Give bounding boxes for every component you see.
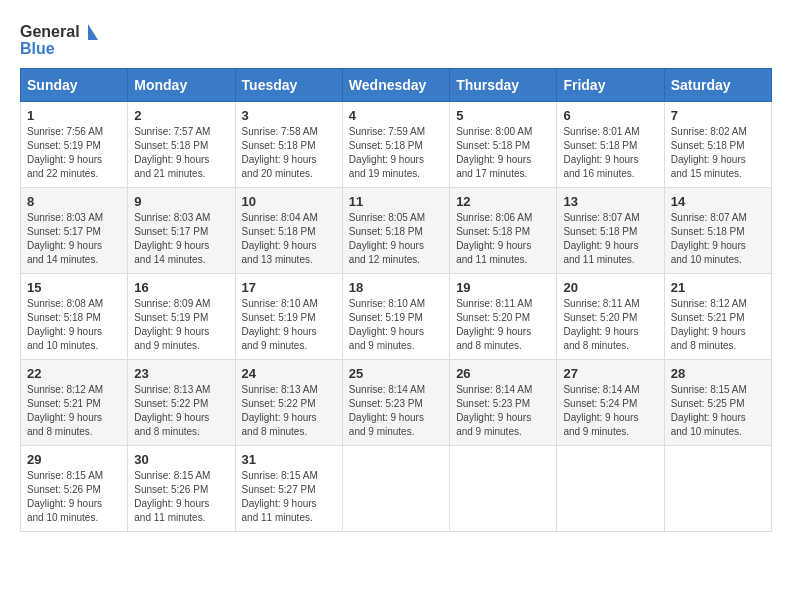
- day-number: 14: [671, 194, 765, 209]
- day-number: 15: [27, 280, 121, 295]
- day-number: 17: [242, 280, 336, 295]
- day-number: 28: [671, 366, 765, 381]
- day-number: 8: [27, 194, 121, 209]
- svg-text:General: General: [20, 23, 80, 40]
- col-header-sunday: Sunday: [21, 69, 128, 102]
- calendar-cell: 29Sunrise: 8:15 AMSunset: 5:26 PMDayligh…: [21, 446, 128, 532]
- day-number: 29: [27, 452, 121, 467]
- day-number: 30: [134, 452, 228, 467]
- calendar-cell: 18Sunrise: 8:10 AMSunset: 5:19 PMDayligh…: [342, 274, 449, 360]
- col-header-monday: Monday: [128, 69, 235, 102]
- calendar-cell: 1Sunrise: 7:56 AMSunset: 5:19 PMDaylight…: [21, 102, 128, 188]
- day-number: 2: [134, 108, 228, 123]
- day-info: Sunrise: 8:04 AMSunset: 5:18 PMDaylight:…: [242, 212, 318, 265]
- calendar-cell: [450, 446, 557, 532]
- day-number: 11: [349, 194, 443, 209]
- day-number: 7: [671, 108, 765, 123]
- day-info: Sunrise: 8:14 AMSunset: 5:24 PMDaylight:…: [563, 384, 639, 437]
- calendar-week-5: 29Sunrise: 8:15 AMSunset: 5:26 PMDayligh…: [21, 446, 772, 532]
- day-info: Sunrise: 8:07 AMSunset: 5:18 PMDaylight:…: [563, 212, 639, 265]
- day-info: Sunrise: 8:13 AMSunset: 5:22 PMDaylight:…: [242, 384, 318, 437]
- day-info: Sunrise: 8:05 AMSunset: 5:18 PMDaylight:…: [349, 212, 425, 265]
- day-info: Sunrise: 8:14 AMSunset: 5:23 PMDaylight:…: [456, 384, 532, 437]
- day-info: Sunrise: 8:15 AMSunset: 5:26 PMDaylight:…: [134, 470, 210, 523]
- calendar-cell: [557, 446, 664, 532]
- logo-svg: General Blue: [20, 20, 100, 60]
- calendar-cell: 23Sunrise: 8:13 AMSunset: 5:22 PMDayligh…: [128, 360, 235, 446]
- calendar-cell: 22Sunrise: 8:12 AMSunset: 5:21 PMDayligh…: [21, 360, 128, 446]
- day-info: Sunrise: 8:15 AMSunset: 5:27 PMDaylight:…: [242, 470, 318, 523]
- day-info: Sunrise: 8:03 AMSunset: 5:17 PMDaylight:…: [27, 212, 103, 265]
- calendar-week-4: 22Sunrise: 8:12 AMSunset: 5:21 PMDayligh…: [21, 360, 772, 446]
- day-info: Sunrise: 8:11 AMSunset: 5:20 PMDaylight:…: [563, 298, 639, 351]
- calendar-cell: 3Sunrise: 7:58 AMSunset: 5:18 PMDaylight…: [235, 102, 342, 188]
- calendar-week-2: 8Sunrise: 8:03 AMSunset: 5:17 PMDaylight…: [21, 188, 772, 274]
- day-info: Sunrise: 8:15 AMSunset: 5:25 PMDaylight:…: [671, 384, 747, 437]
- day-number: 6: [563, 108, 657, 123]
- logo: General Blue: [20, 20, 100, 60]
- calendar-cell: 12Sunrise: 8:06 AMSunset: 5:18 PMDayligh…: [450, 188, 557, 274]
- calendar-cell: 26Sunrise: 8:14 AMSunset: 5:23 PMDayligh…: [450, 360, 557, 446]
- calendar-cell: 11Sunrise: 8:05 AMSunset: 5:18 PMDayligh…: [342, 188, 449, 274]
- day-number: 13: [563, 194, 657, 209]
- calendar-week-3: 15Sunrise: 8:08 AMSunset: 5:18 PMDayligh…: [21, 274, 772, 360]
- calendar-cell: 20Sunrise: 8:11 AMSunset: 5:20 PMDayligh…: [557, 274, 664, 360]
- day-info: Sunrise: 7:58 AMSunset: 5:18 PMDaylight:…: [242, 126, 318, 179]
- calendar-cell: 5Sunrise: 8:00 AMSunset: 5:18 PMDaylight…: [450, 102, 557, 188]
- col-header-saturday: Saturday: [664, 69, 771, 102]
- day-info: Sunrise: 8:14 AMSunset: 5:23 PMDaylight:…: [349, 384, 425, 437]
- calendar-cell: 2Sunrise: 7:57 AMSunset: 5:18 PMDaylight…: [128, 102, 235, 188]
- day-info: Sunrise: 8:03 AMSunset: 5:17 PMDaylight:…: [134, 212, 210, 265]
- calendar-cell: 10Sunrise: 8:04 AMSunset: 5:18 PMDayligh…: [235, 188, 342, 274]
- day-number: 12: [456, 194, 550, 209]
- calendar-cell: 27Sunrise: 8:14 AMSunset: 5:24 PMDayligh…: [557, 360, 664, 446]
- day-info: Sunrise: 8:10 AMSunset: 5:19 PMDaylight:…: [242, 298, 318, 351]
- day-info: Sunrise: 8:07 AMSunset: 5:18 PMDaylight:…: [671, 212, 747, 265]
- col-header-tuesday: Tuesday: [235, 69, 342, 102]
- day-number: 18: [349, 280, 443, 295]
- calendar-cell: 7Sunrise: 8:02 AMSunset: 5:18 PMDaylight…: [664, 102, 771, 188]
- day-info: Sunrise: 7:56 AMSunset: 5:19 PMDaylight:…: [27, 126, 103, 179]
- calendar-cell: 19Sunrise: 8:11 AMSunset: 5:20 PMDayligh…: [450, 274, 557, 360]
- calendar-header-row: SundayMondayTuesdayWednesdayThursdayFrid…: [21, 69, 772, 102]
- day-info: Sunrise: 8:09 AMSunset: 5:19 PMDaylight:…: [134, 298, 210, 351]
- calendar-cell: 28Sunrise: 8:15 AMSunset: 5:25 PMDayligh…: [664, 360, 771, 446]
- day-info: Sunrise: 8:11 AMSunset: 5:20 PMDaylight:…: [456, 298, 532, 351]
- day-number: 9: [134, 194, 228, 209]
- calendar-cell: 17Sunrise: 8:10 AMSunset: 5:19 PMDayligh…: [235, 274, 342, 360]
- col-header-thursday: Thursday: [450, 69, 557, 102]
- day-info: Sunrise: 8:15 AMSunset: 5:26 PMDaylight:…: [27, 470, 103, 523]
- day-number: 25: [349, 366, 443, 381]
- day-number: 4: [349, 108, 443, 123]
- calendar-cell: 15Sunrise: 8:08 AMSunset: 5:18 PMDayligh…: [21, 274, 128, 360]
- day-number: 5: [456, 108, 550, 123]
- day-number: 1: [27, 108, 121, 123]
- day-info: Sunrise: 7:57 AMSunset: 5:18 PMDaylight:…: [134, 126, 210, 179]
- calendar-cell: 31Sunrise: 8:15 AMSunset: 5:27 PMDayligh…: [235, 446, 342, 532]
- day-info: Sunrise: 8:08 AMSunset: 5:18 PMDaylight:…: [27, 298, 103, 351]
- svg-marker-2: [88, 24, 98, 40]
- svg-text:Blue: Blue: [20, 40, 55, 57]
- day-number: 26: [456, 366, 550, 381]
- day-number: 21: [671, 280, 765, 295]
- day-info: Sunrise: 7:59 AMSunset: 5:18 PMDaylight:…: [349, 126, 425, 179]
- day-number: 19: [456, 280, 550, 295]
- calendar-cell: 9Sunrise: 8:03 AMSunset: 5:17 PMDaylight…: [128, 188, 235, 274]
- calendar-cell: 30Sunrise: 8:15 AMSunset: 5:26 PMDayligh…: [128, 446, 235, 532]
- calendar-cell: 4Sunrise: 7:59 AMSunset: 5:18 PMDaylight…: [342, 102, 449, 188]
- col-header-friday: Friday: [557, 69, 664, 102]
- day-number: 3: [242, 108, 336, 123]
- day-number: 27: [563, 366, 657, 381]
- header: General Blue: [20, 20, 772, 60]
- day-number: 20: [563, 280, 657, 295]
- day-number: 22: [27, 366, 121, 381]
- day-info: Sunrise: 8:13 AMSunset: 5:22 PMDaylight:…: [134, 384, 210, 437]
- day-number: 31: [242, 452, 336, 467]
- calendar-cell: 24Sunrise: 8:13 AMSunset: 5:22 PMDayligh…: [235, 360, 342, 446]
- calendar-table: SundayMondayTuesdayWednesdayThursdayFrid…: [20, 68, 772, 532]
- calendar-week-1: 1Sunrise: 7:56 AMSunset: 5:19 PMDaylight…: [21, 102, 772, 188]
- calendar-cell: 13Sunrise: 8:07 AMSunset: 5:18 PMDayligh…: [557, 188, 664, 274]
- day-number: 24: [242, 366, 336, 381]
- day-info: Sunrise: 8:02 AMSunset: 5:18 PMDaylight:…: [671, 126, 747, 179]
- calendar-cell: 14Sunrise: 8:07 AMSunset: 5:18 PMDayligh…: [664, 188, 771, 274]
